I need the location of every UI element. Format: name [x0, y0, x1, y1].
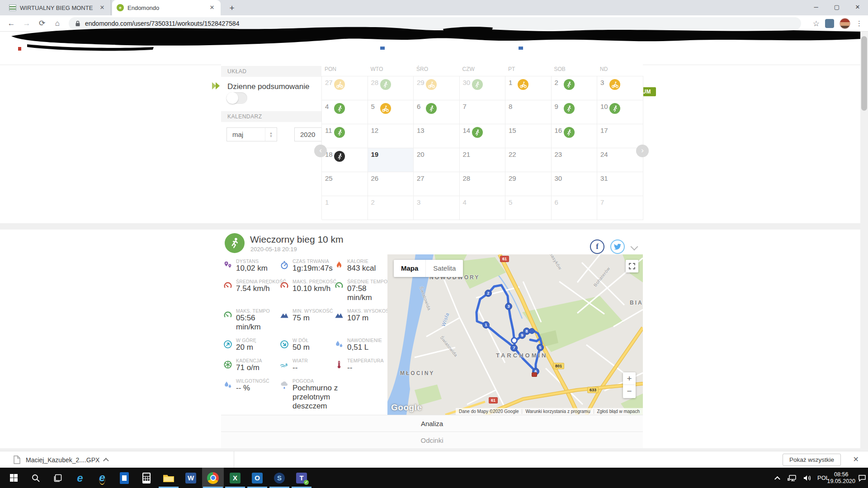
cycling-workout-icon[interactable]	[518, 79, 528, 90]
start-button[interactable]	[3, 468, 24, 488]
browser-menu-icon[interactable]: ⋮	[856, 19, 863, 28]
tray-clock[interactable]: 08:56 19.05.2020	[827, 468, 855, 488]
scrollbar-thumb[interactable]	[861, 36, 867, 111]
laps-section-button[interactable]: Odcinki	[221, 432, 643, 448]
calendar-day[interactable]: 5	[505, 196, 552, 220]
running-workout-icon[interactable]	[334, 127, 345, 138]
month-spinner-icon[interactable]: ▲▼	[265, 128, 277, 141]
calendar-day[interactable]: 29	[505, 172, 552, 196]
taskbar-chrome[interactable]	[202, 468, 224, 488]
cycling-workout-icon[interactable]	[380, 103, 391, 114]
route-marker[interactable]: 1	[482, 321, 490, 328]
calendar-day[interactable]: 7	[460, 100, 506, 124]
running-workout-icon[interactable]	[564, 79, 575, 90]
calendar-day[interactable]: 21	[460, 148, 506, 172]
tab-endomondo[interactable]: e Endomondo ✕	[112, 0, 221, 15]
analysis-section-button[interactable]: Analiza	[221, 415, 643, 432]
calendar-day[interactable]: 30	[552, 172, 598, 196]
new-tab-button[interactable]: +	[226, 2, 238, 14]
running-workout-icon[interactable]	[334, 151, 345, 162]
page-scrollbar[interactable]	[860, 32, 868, 451]
calendar-day[interactable]: 6	[552, 196, 598, 220]
taskbar-outlook[interactable]: O	[246, 468, 268, 488]
calendar-day[interactable]: 3	[597, 76, 643, 100]
running-workout-icon[interactable]	[426, 103, 437, 114]
calendar-day[interactable]: 18	[322, 148, 368, 172]
taskbar-search-button[interactable]	[25, 468, 47, 488]
calendar-day[interactable]: 28	[460, 172, 506, 196]
address-bar[interactable]: endomondo.com/users/7350311/workouts/152…	[69, 17, 801, 30]
daily-summary-toggle[interactable]	[226, 92, 247, 104]
calendar-day[interactable]: 5	[368, 100, 414, 124]
report-error-link[interactable]: Zgłoś błąd w mapach	[594, 409, 643, 414]
download-item[interactable]: Maciej_Kazubek_2....GPX	[14, 451, 109, 468]
taskbar-teams[interactable]: T ✓	[291, 468, 312, 488]
zoom-in-button[interactable]: +	[623, 372, 636, 385]
route-marker[interactable]	[511, 337, 518, 344]
window-maximize-button[interactable]: ▢	[826, 0, 847, 15]
calendar-day[interactable]: 11	[322, 124, 368, 148]
calendar-day[interactable]: 12	[368, 124, 414, 148]
forward-button[interactable]: →	[21, 18, 33, 29]
cycling-workout-icon[interactable]	[426, 79, 437, 90]
running-workout-icon[interactable]	[564, 127, 575, 138]
calendar-day[interactable]: 8	[505, 100, 552, 124]
route-map[interactable]: 23189756 6161801633 NOWODWORYBIAŁOŁĘKATA…	[387, 254, 643, 415]
taskbar-excel[interactable]: X	[224, 468, 246, 488]
calendar-day[interactable]: 25	[322, 172, 368, 196]
running-workout-icon[interactable]	[380, 79, 391, 90]
calendar-next-icon[interactable]: ›	[636, 145, 649, 157]
twitter-share-button[interactable]	[610, 239, 625, 254]
tray-network-icon[interactable]	[788, 468, 797, 488]
tab2-close-icon[interactable]: ✕	[208, 4, 216, 12]
tab1-close-icon[interactable]: ✕	[98, 4, 106, 12]
workout-collapse-chevron-icon[interactable]	[631, 243, 638, 251]
cycling-workout-icon[interactable]	[334, 79, 345, 90]
calendar-day[interactable]: 30	[460, 76, 506, 100]
route-marker[interactable]: 2	[485, 290, 492, 297]
extension-icon[interactable]	[825, 19, 834, 28]
calendar-day[interactable]: 15	[505, 124, 552, 148]
tray-volume-icon[interactable]	[803, 468, 812, 488]
reload-button[interactable]: ⟳	[36, 18, 48, 29]
zoom-out-button[interactable]: −	[623, 385, 636, 398]
route-marker[interactable]	[529, 328, 535, 334]
show-all-downloads-button[interactable]: Pokaż wszystkie	[783, 454, 841, 466]
calendar-day[interactable]: 14	[460, 124, 506, 148]
calendar-day[interactable]: 19	[368, 148, 414, 172]
taskbar-edge[interactable]: e	[69, 468, 91, 488]
calendar-day[interactable]: 3	[414, 196, 460, 220]
calendar-day[interactable]: 2	[368, 196, 414, 220]
calendar-day[interactable]: 27	[322, 76, 368, 100]
calendar-day[interactable]: 10	[597, 100, 643, 124]
month-select[interactable]: maj ▲▼	[226, 127, 277, 141]
calendar-day[interactable]: 29	[414, 76, 460, 100]
calendar-day[interactable]: 27	[414, 172, 460, 196]
calendar-day[interactable]: 28	[368, 76, 414, 100]
satellite-button[interactable]: Satelita	[425, 260, 463, 277]
route-end-marker[interactable]	[532, 372, 537, 377]
calendar-day[interactable]: 31	[597, 172, 643, 196]
calendar-day[interactable]: 1	[322, 196, 368, 220]
calendar-day[interactable]: 23	[552, 148, 598, 172]
calendar-day[interactable]: 22	[505, 148, 552, 172]
facebook-share-button[interactable]: f	[590, 239, 604, 254]
calendar-day[interactable]: 13	[414, 124, 460, 148]
download-menu-chevron-icon[interactable]	[103, 458, 109, 464]
calendar-day[interactable]: 17	[597, 124, 643, 148]
taskbar-blue-app[interactable]	[113, 468, 135, 488]
calendar-day[interactable]: 4	[460, 196, 506, 220]
taskbar-internet-explorer[interactable]: e	[91, 468, 113, 488]
calendar-prev-icon[interactable]: ‹	[314, 145, 327, 157]
calendar-day[interactable]: 4	[322, 100, 368, 124]
map-button[interactable]: Mapa	[394, 260, 425, 277]
back-button[interactable]: ←	[5, 18, 17, 29]
calendar-day[interactable]: 6	[414, 100, 460, 124]
home-button[interactable]: ⌂	[52, 18, 63, 29]
calendar-day[interactable]: 7	[597, 196, 643, 220]
map-fullscreen-button[interactable]	[626, 260, 638, 272]
calendar-day[interactable]: 9	[552, 100, 598, 124]
running-workout-icon[interactable]	[564, 103, 575, 114]
calendar-day[interactable]: 20	[414, 148, 460, 172]
action-center-button[interactable]	[858, 468, 866, 488]
